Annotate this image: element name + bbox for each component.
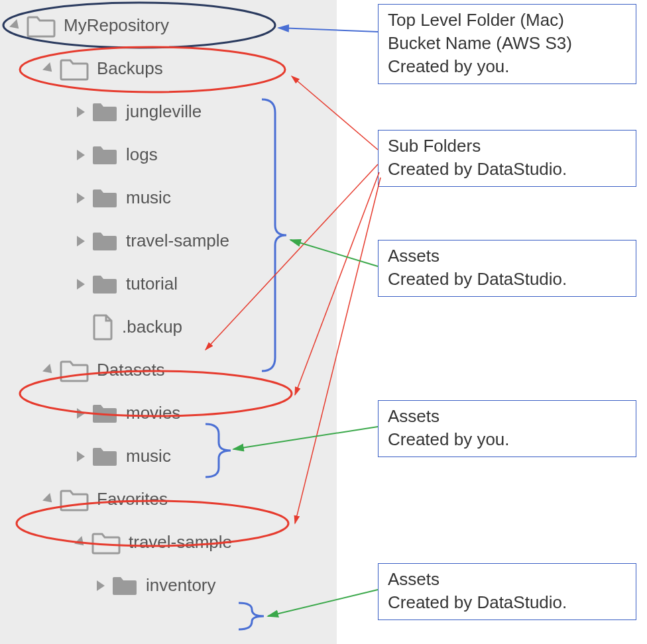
disclosure-icon[interactable] (42, 62, 56, 76)
tree-row[interactable]: movies (0, 392, 337, 435)
folder-label: logs (126, 144, 158, 165)
callout-line: Created by DataStudio. (388, 268, 626, 291)
callout-line: Assets (388, 405, 626, 428)
folder-icon (91, 403, 118, 424)
disclosure-icon[interactable] (77, 451, 85, 462)
callout-line: Sub Folders (388, 134, 626, 158)
callout-line: Created by DataStudio. (388, 158, 626, 181)
tree-row[interactable]: inventory (0, 564, 337, 607)
disclosure-icon[interactable] (9, 19, 23, 32)
folder-open-icon (60, 57, 89, 81)
tree-row[interactable]: tutorial (0, 262, 337, 305)
callout-line: Created by DataStudio. (388, 591, 626, 614)
folder-label: Backups (97, 58, 163, 79)
folder-label: music (126, 446, 171, 466)
tree-row-favorites[interactable]: Favorites (0, 478, 337, 521)
callout-assets-3: Assets Created by DataStudio. (378, 563, 636, 620)
tree-row[interactable]: travel-sample (0, 521, 337, 564)
folder-icon (91, 101, 118, 123)
folder-label: movies (126, 403, 180, 423)
folder-label: music (126, 188, 171, 208)
folder-label: jungleville (126, 101, 202, 122)
callout-assets-1: Assets Created by DataStudio. (378, 240, 636, 297)
folder-open-icon (60, 358, 89, 382)
disclosure-icon[interactable] (77, 279, 85, 290)
disclosure-icon[interactable] (42, 493, 56, 506)
folder-label: Favorites (97, 489, 168, 510)
disclosure-icon[interactable] (74, 536, 88, 549)
callout-line: Created by you. (388, 428, 626, 451)
callout-line: Top Level Folder (Mac) (388, 9, 626, 32)
spacer (77, 322, 85, 333)
folder-icon (111, 575, 138, 596)
tree-row[interactable]: music (0, 435, 337, 478)
callout-line: Assets (388, 244, 626, 268)
folder-icon (91, 446, 118, 467)
folder-icon (91, 144, 118, 166)
tree-row-datasets[interactable]: Datasets (0, 349, 337, 392)
callout-line: Bucket Name (AWS S3) (388, 32, 626, 55)
tree-row[interactable]: logs (0, 133, 337, 176)
tree-row-root[interactable]: MyRepository (0, 4, 337, 47)
file-label: .backup (122, 317, 182, 337)
callout-line: Assets (388, 568, 626, 591)
folder-label: travel-sample (126, 231, 229, 251)
disclosure-icon[interactable] (77, 150, 85, 160)
folder-tree: MyRepository Backups jungleville logs mu… (0, 0, 337, 644)
tree-row[interactable]: .backup (0, 305, 337, 349)
folder-open-icon (27, 14, 56, 38)
file-icon (91, 314, 114, 341)
callout-subfolders: Sub Folders Created by DataStudio. (378, 130, 636, 187)
folder-icon (91, 274, 118, 295)
folder-open-icon (60, 488, 89, 511)
callout-top: Top Level Folder (Mac) Bucket Name (AWS … (378, 4, 636, 84)
disclosure-icon[interactable] (97, 580, 105, 591)
tree-row[interactable]: travel-sample (0, 219, 337, 262)
tree-row-backups[interactable]: Backups (0, 47, 337, 90)
disclosure-icon[interactable] (77, 107, 85, 117)
folder-label: Datasets (97, 360, 165, 380)
folder-label: travel-sample (129, 532, 232, 553)
callout-line: Created by you. (388, 55, 626, 78)
disclosure-icon[interactable] (77, 193, 85, 203)
folder-label: inventory (146, 575, 216, 596)
callout-assets-2: Assets Created by you. (378, 400, 636, 457)
tree-row[interactable]: jungleville (0, 90, 337, 133)
folder-icon (91, 188, 118, 209)
folder-label: tutorial (126, 274, 178, 294)
folder-open-icon (91, 531, 121, 555)
disclosure-icon[interactable] (77, 408, 85, 419)
disclosure-icon[interactable] (42, 364, 56, 377)
folder-label: MyRepository (64, 15, 169, 36)
disclosure-icon[interactable] (77, 236, 85, 246)
diagram-stage: MyRepository Backups jungleville logs mu… (0, 0, 647, 644)
folder-icon (91, 231, 118, 252)
tree-row[interactable]: music (0, 176, 337, 219)
